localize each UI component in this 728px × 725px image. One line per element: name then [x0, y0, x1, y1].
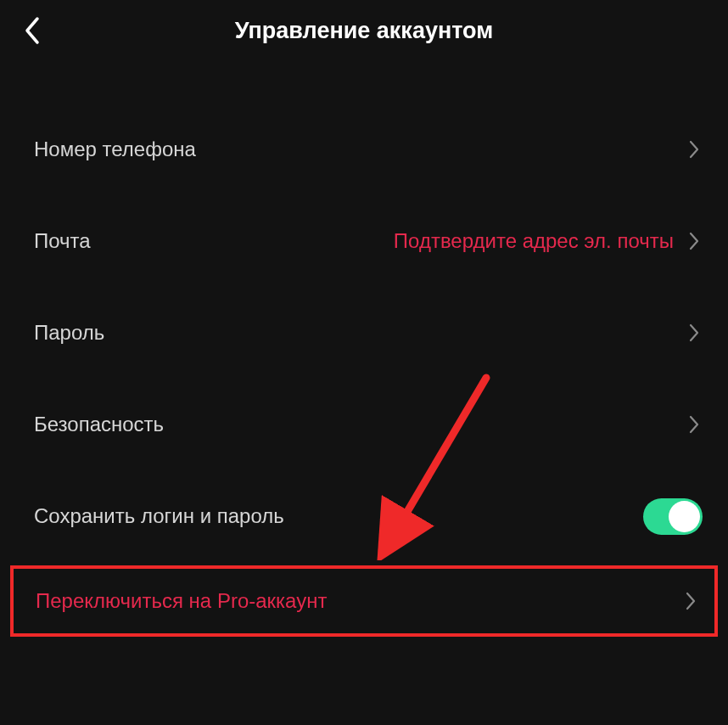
row-password[interactable]: Пароль	[0, 287, 728, 379]
row-password-label: Пароль	[34, 321, 104, 345]
toggle-knob	[669, 501, 700, 532]
row-save-login-label: Сохранить логин и пароль	[34, 504, 284, 528]
row-pro-account[interactable]: Переключиться на Pro-аккаунт	[10, 565, 718, 637]
chevron-right-icon	[689, 323, 699, 342]
row-email-value: Подтвердите адрес эл. почты	[394, 229, 674, 253]
settings-list: Номер телефона Почта Подтвердите адрес э…	[0, 61, 728, 637]
row-save-login: Сохранить логин и пароль	[0, 470, 728, 562]
row-email[interactable]: Почта Подтвердите адрес эл. почты	[0, 195, 728, 287]
row-security-label: Безопасность	[34, 413, 164, 436]
back-button[interactable]	[24, 16, 41, 45]
row-phone[interactable]: Номер телефона	[0, 104, 728, 195]
row-phone-label: Номер телефона	[34, 138, 196, 161]
chevron-right-icon	[689, 415, 699, 434]
row-email-label: Почта	[34, 229, 91, 253]
chevron-right-icon	[686, 592, 696, 610]
header: Управление аккаунтом	[0, 0, 728, 61]
chevron-left-icon	[24, 16, 41, 45]
chevron-right-icon	[689, 140, 699, 159]
row-security[interactable]: Безопасность	[0, 379, 728, 470]
row-pro-account-label: Переключиться на Pro-аккаунт	[36, 589, 327, 613]
page-title: Управление аккаунтом	[235, 18, 493, 44]
chevron-right-icon	[689, 232, 699, 250]
save-login-toggle[interactable]	[643, 498, 703, 535]
